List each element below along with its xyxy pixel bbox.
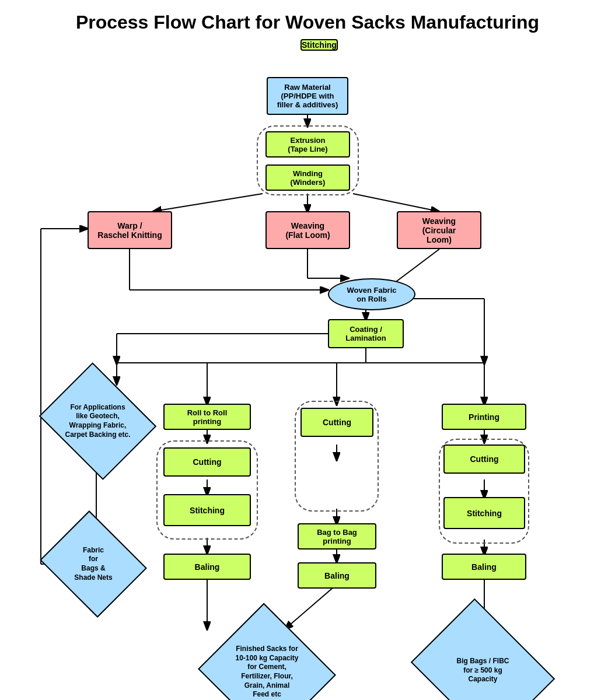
baling2-box: Baling xyxy=(163,554,251,580)
extrusion-box: Extrusion (Tape Line) xyxy=(265,131,350,158)
cutting3-box: Cutting xyxy=(300,408,373,437)
svg-line-2 xyxy=(155,194,263,211)
page-title: Process Flow Chart for Woven Sacks Manuf… xyxy=(0,0,615,39)
cutting4-box: Cutting xyxy=(443,444,525,474)
winding-box: Winding (Winders) xyxy=(265,164,350,191)
bag-to-bag-box: Bag to Bag printing xyxy=(298,523,376,550)
cutting2-box: Cutting xyxy=(163,447,251,477)
weaving-flat-box: Weaving (Flat Loom) xyxy=(265,211,350,249)
coating-box: Coating / Lamination xyxy=(328,319,404,348)
big-bags-diamond: Big Bags / FIBC for ≥ 500 kg Capacity xyxy=(426,625,540,700)
weaving-circular-box: Weaving (Circular Loom) xyxy=(397,211,481,249)
baling3-box: Baling xyxy=(298,562,376,589)
for-applications-diamond: For Applications like Geotech, Wrapping … xyxy=(53,383,143,459)
woven-fabric-box: Woven Fabric on Rolls xyxy=(328,278,415,310)
stitching2-box: Stitching xyxy=(163,494,251,526)
fabric-bags-diamond: Fabric for Bags & Shade Nets xyxy=(53,529,134,599)
roll-printing-box: Roll to Roll printing xyxy=(163,404,251,430)
warp-knitting-box: Warp / Raschel Knitting xyxy=(88,211,172,249)
svg-line-28 xyxy=(286,584,337,628)
baling4-box: Baling xyxy=(442,554,526,580)
svg-line-4 xyxy=(353,194,438,211)
stitching4-box: Stitching xyxy=(443,497,525,529)
raw-material-box: Raw Material (PP/HDPE with filler & addi… xyxy=(267,77,348,115)
printing4-box: Printing xyxy=(442,404,526,430)
stitching3-box: Stitching xyxy=(300,39,338,51)
finished-sacks-diamond: Finished Sacks for 10-100 kg Capacity fo… xyxy=(216,625,318,700)
